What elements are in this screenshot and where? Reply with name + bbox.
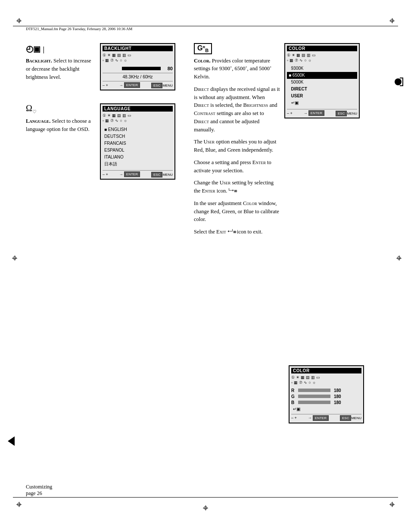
footer-label: Customizing [26, 484, 52, 490]
backlight-esc-btn: ESC [151, 83, 162, 88]
color-osd-bot-icons-row1: ① ☀ ▦ ▤ ▥ ▭ [291, 375, 361, 380]
backlight-enter-area: → ENTER [119, 82, 140, 88]
grb-icon-area: GRB [194, 43, 280, 54]
color-g-value: 180 [334, 394, 341, 399]
osd-icon-monitor2: ▭ [128, 113, 131, 118]
osd-icon-grid2: ▦ [105, 118, 109, 123]
osd-icon-monitor4: ▭ [316, 375, 320, 380]
language-osd-title: LANGUAGE [103, 106, 173, 112]
color-r-row: R 180 [291, 388, 361, 393]
osd-icon-image2: ▫ [103, 118, 104, 123]
osd-icon-sun3: ☼ [308, 58, 311, 62]
language-icon: Ω♡ [26, 103, 37, 113]
osd-icon-contrast: ▦ [112, 53, 116, 57]
grb-icon: GRB [194, 43, 212, 54]
language-section: Ω♡ Language. Select to choose a language… [26, 103, 190, 180]
color-bot-menu: MENU [351, 416, 361, 420]
reg-mark-bl [16, 502, 22, 507]
backlight-description: Backlight. Select to increase or decreas… [26, 57, 95, 81]
color-osd-top-title: COLOR [287, 46, 357, 51]
lang-item-english: ENGLISH [104, 126, 171, 133]
header-filename: DTF521_Manual.fm Page 26 Tuesday, Februa… [26, 27, 132, 31]
reg-mark-left [12, 255, 17, 261]
language-text: Ω♡ Language. Select to choose a language… [26, 103, 95, 180]
osd-icon-sun2: ☼ [124, 118, 127, 123]
color-desc3: The User option enables you to adjust Re… [194, 138, 280, 154]
left-column: ◴​ ▣ | Backlight. Select to increase or … [26, 43, 190, 180]
osd-icon-wave2: ∿ [115, 118, 118, 123]
language-list: ENGLISH DEUTSCH FRANCAIS ESPANOL ITALIAN… [103, 125, 173, 168]
color-bot-esc-area: ESCMENU [340, 416, 361, 420]
color-osd-bottom-title: COLOR [291, 368, 361, 373]
backlight-label: Backlight. [26, 58, 52, 64]
reg-mark-bottom [203, 505, 208, 510]
color-g-bar [298, 395, 330, 398]
color-bot-arrow: → [308, 416, 312, 420]
language-esc-area: ESCMENU [151, 172, 173, 177]
color-desc2-text: displays the received signal as it is wi… [194, 86, 280, 133]
color-section-top: GRB Color. Provides color temperature se… [194, 43, 379, 240]
lang-item-francais: FRANCAIS [104, 140, 171, 147]
osd-icon-horiz: ▤ [117, 53, 121, 57]
color-top-esc-area: ESCMENU [336, 111, 357, 115]
backlight-osd-icons-row1: ① ☀ ▦ ▤ ▥ ▭ [103, 53, 173, 57]
color-text-block: GRB Color. Provides color temperature se… [194, 43, 280, 240]
color-b-label: B [291, 400, 296, 405]
backlight-menu: MENU [162, 84, 173, 87]
color-osd-bot-icons-row2: ▫ ▦ ⑦ ∿ ○ ☼ [291, 380, 361, 385]
color-r-value: 180 [334, 388, 341, 393]
color-top-esc-btn: ESC [336, 111, 347, 116]
color-r-label: R [291, 388, 296, 393]
color-r-bar [298, 389, 330, 392]
osd-icon-vert3: ▥ [307, 53, 311, 57]
osd-icon-brightness2: ☀ [107, 113, 111, 118]
language-osd-icons-row2: ▫ ▦ ⑦ ∿ ○ ☼ [103, 118, 173, 123]
osd-icon-horiz4: ▤ [306, 375, 310, 380]
color-g-row: G 180 [291, 394, 361, 399]
lang-item-japanese: 日本語 [104, 161, 171, 168]
color-desc5: Change the User setting by selecting the… [194, 179, 280, 195]
color-option-5000k: 5000K [287, 79, 357, 86]
language-bottom-row: – + → ENTER ESCMENU [103, 170, 173, 177]
osd-icon-s3: ⑦ [295, 58, 298, 62]
backlight-icon-area: ◴​ ▣ | [26, 43, 95, 54]
lang-item-espanol: ESPANOL [104, 147, 171, 154]
osd-icon-power3: ① [287, 53, 290, 57]
color-top-menu: MENU [347, 112, 357, 115]
backlight-osd-icons-row2: ▫ ▦ ⑦ ∿ ○ ☼ [103, 58, 173, 62]
osd-icon-image: ▫ [103, 58, 104, 62]
backlight-icon: ◴​ ▣ | [26, 43, 44, 54]
osd-icon-vert: ▥ [122, 53, 126, 57]
right-bracket-mark [396, 78, 403, 86]
color-rgb-section: R 180 G 180 B 180 ↵▣ [291, 388, 361, 411]
osd-icon-wave3: ∿ [299, 58, 303, 62]
language-enter-area: → ENTER [119, 171, 140, 177]
color-option-6500k: ■ 6500K [287, 72, 357, 79]
osd-icon-image3: ▫ [287, 58, 288, 62]
color-g-label: G [291, 394, 296, 399]
language-icon-area: Ω♡ [26, 103, 95, 115]
backlight-value: 80 [163, 66, 173, 71]
color-bot-nav: – + [291, 416, 297, 420]
lang-item-italiano: ITALIANO [104, 154, 171, 161]
osd-icon-sun4: ☼ [312, 380, 316, 385]
color-top-arrow: → [304, 111, 308, 115]
backlight-text: ◴​ ▣ | Backlight. Select to increase or … [26, 43, 95, 90]
color-desc2: Direct displays the received signal as i… [194, 85, 280, 134]
osd-icon-brightness: ☀ [107, 53, 111, 57]
color-b-bar [298, 401, 330, 404]
b-letter: B [205, 48, 209, 53]
osd-icon-horiz3: ▤ [302, 53, 305, 57]
lang-item-deutsch: DEUTSCH [104, 133, 171, 140]
backlight-freq: 48.3KHz / 60Hz [103, 73, 173, 79]
osd-icon-contrast4: ▦ [301, 375, 305, 380]
color-bot-esc-btn: ESC [340, 415, 351, 421]
color-enter-icon: ↵▣ [287, 100, 357, 106]
color-top-nav: – + [287, 111, 293, 115]
osd-icon-wave4: ∿ [304, 380, 307, 385]
color-label: Color. [194, 58, 211, 64]
backlight-esc-area: ESCMENU [151, 83, 173, 87]
main-content: ◴​ ▣ | Backlight. Select to increase or … [26, 43, 385, 489]
reg-mark-right [396, 255, 402, 261]
osd-icon-vert2: ▥ [122, 113, 126, 118]
